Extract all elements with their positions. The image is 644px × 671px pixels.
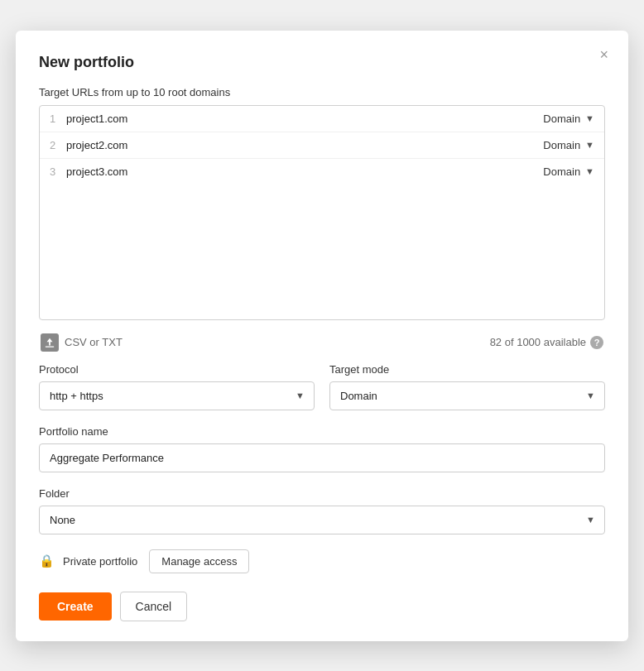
manage-access-button[interactable]: Manage access [149,549,249,573]
portfolio-name-group: Portfolio name [39,425,605,472]
url-table: 1 project1.com Domain ▼ 2 project2.com D… [39,105,605,320]
url-type-dropdown-1[interactable]: Domain ▼ [543,113,594,125]
url-type-label: Domain [543,139,580,151]
url-value: project1.com [66,113,543,125]
url-type-label: Domain [543,165,580,178]
chevron-down-icon: ▼ [585,140,594,150]
modal-title: New portfolio [39,54,605,71]
cancel-button[interactable]: Cancel [120,592,188,621]
csv-label: CSV or TXT [65,336,123,348]
available-text: 82 of 1000 available [490,336,586,348]
folder-label: Folder [39,487,605,500]
protocol-group: Protocol http + https http https ▼ [39,363,315,410]
chevron-down-icon: ▼ [585,113,594,123]
create-button[interactable]: Create [39,592,112,621]
action-row: Create Cancel [39,592,605,621]
upload-icon [41,333,59,352]
folder-group: Folder None ▼ [39,487,605,534]
private-label: Private portfolio [63,555,137,568]
available-count: 82 of 1000 available ? [490,336,603,349]
protocol-select-wrapper: http + https http https ▼ [39,381,315,410]
help-icon[interactable]: ? [590,336,603,349]
protocol-targetmode-row: Protocol http + https http https ▼ Targe… [39,363,605,410]
row-number: 2 [50,139,66,151]
url-value: project3.com [66,165,543,178]
modal-overlay: × New portfolio Target URLs from up to 1… [0,0,644,671]
table-row: 1 project1.com Domain ▼ [40,106,604,132]
protocol-select[interactable]: http + https http https [39,381,315,410]
portfolio-name-input[interactable] [39,443,605,472]
lock-icon: 🔒 [39,554,55,568]
row-number: 3 [50,165,66,178]
urls-section-label: Target URLs from up to 10 root domains [39,86,605,98]
url-value: project2.com [66,139,543,151]
protocol-label: Protocol [39,363,315,376]
chevron-down-icon: ▼ [585,166,594,176]
csv-row: CSV or TXT 82 of 1000 available ? [39,328,605,363]
table-row: 3 project3.com Domain ▼ [40,159,604,185]
folder-select-wrapper: None ▼ [39,506,605,534]
table-row: 2 project2.com Domain ▼ [40,132,604,159]
target-mode-group: Target mode Domain URL Subfolder ▼ [329,363,605,410]
csv-upload-button[interactable]: CSV or TXT [41,333,123,352]
svg-rect-0 [46,346,55,347]
url-type-dropdown-3[interactable]: Domain ▼ [543,165,594,178]
private-row: 🔒 Private portfolio Manage access [39,549,605,573]
close-button[interactable]: × [596,46,612,64]
target-mode-select-wrapper: Domain URL Subfolder ▼ [329,381,605,410]
row-number: 1 [50,113,66,125]
target-mode-select[interactable]: Domain URL Subfolder [329,381,605,410]
url-type-dropdown-2[interactable]: Domain ▼ [543,139,594,151]
modal-dialog: × New portfolio Target URLs from up to 1… [16,31,628,641]
target-mode-label: Target mode [329,363,605,376]
url-type-label: Domain [543,113,580,125]
folder-select[interactable]: None [39,506,605,534]
portfolio-name-label: Portfolio name [39,425,605,438]
